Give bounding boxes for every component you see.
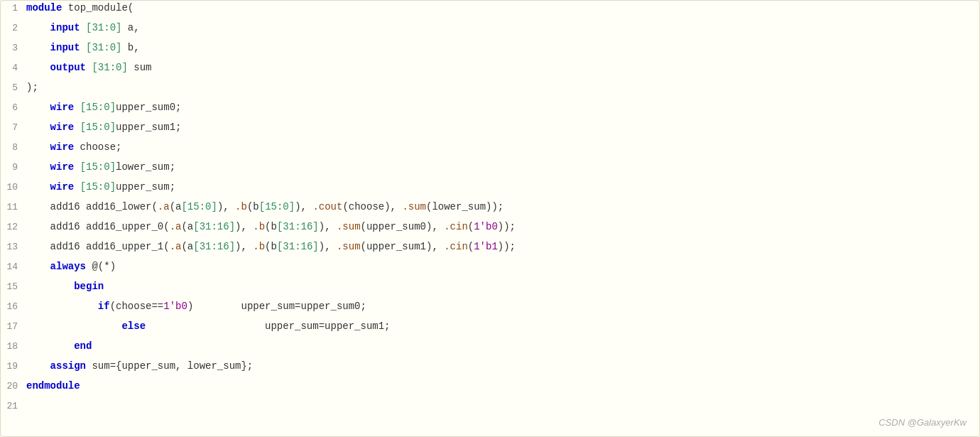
token: sum xyxy=(128,62,152,73)
token xyxy=(26,42,50,53)
token: ) upper_sum=upper_sum0; xyxy=(187,301,366,312)
code-row: 4 output [31:0] sum xyxy=(1,60,979,80)
code-line: ); xyxy=(26,80,979,95)
line-number: 9 xyxy=(1,161,26,174)
code-row: 20endmodule xyxy=(1,379,979,399)
token: input xyxy=(50,42,80,53)
code-row: 9 wire [15:0]lower_sum; xyxy=(1,160,979,180)
token xyxy=(74,122,80,133)
token xyxy=(74,102,80,113)
code-row: 15 begin xyxy=(1,279,979,299)
line-number: 17 xyxy=(1,320,26,333)
line-number: 20 xyxy=(1,379,26,393)
token: [15:0] xyxy=(259,201,295,212)
token: .sum xyxy=(337,241,361,252)
token: output xyxy=(50,62,86,73)
token: .b xyxy=(235,201,247,212)
token: )); xyxy=(498,241,516,252)
code-row: 7 wire [15:0]upper_sum1; xyxy=(1,120,979,140)
token: [31:16] xyxy=(277,241,319,252)
token: [31:16] xyxy=(193,241,235,252)
token xyxy=(74,181,80,193)
token xyxy=(26,261,50,272)
token: sum={upper_sum, lower_sum}; xyxy=(86,360,253,372)
line-number: 1 xyxy=(1,1,26,15)
code-line: add16 add16_upper_0(.a(a[31:16]), .b(b[3… xyxy=(26,220,979,234)
code-line: add16 add16_upper_1(.a(a[31:16]), .b(b[3… xyxy=(26,239,979,254)
token: (b xyxy=(265,221,277,232)
token xyxy=(26,320,121,332)
token: .b xyxy=(253,241,265,252)
token: upper_sum0; xyxy=(116,102,181,113)
code-line: if(choose==1'b0) upper_sum=upper_sum0; xyxy=(26,299,979,313)
token: 1'b1 xyxy=(474,241,498,252)
token: 1'b0 xyxy=(163,301,187,312)
token: ), xyxy=(235,221,253,232)
token: endmodule xyxy=(26,380,80,392)
token xyxy=(26,301,98,312)
line-number: 13 xyxy=(1,240,26,254)
code-row: 6 wire [15:0]upper_sum0; xyxy=(1,100,979,120)
code-row: 18 end xyxy=(1,339,979,359)
token: ), xyxy=(319,221,337,232)
code-line: module top_module( xyxy=(26,1,979,15)
code-row: 16 if(choose==1'b0) upper_sum=upper_sum0… xyxy=(1,299,979,319)
token: 1'b0 xyxy=(474,221,498,232)
line-number: 4 xyxy=(1,61,26,75)
code-line: else upper_sum=upper_sum1; xyxy=(26,319,979,333)
token: end xyxy=(74,340,92,352)
token: [31:16] xyxy=(277,221,319,232)
token: (b xyxy=(265,241,277,252)
token xyxy=(26,122,50,133)
token: a, xyxy=(121,22,139,33)
token xyxy=(26,62,50,73)
token: ), xyxy=(295,201,312,212)
token: [31:16] xyxy=(193,221,235,232)
token: add16 add16_upper_1( xyxy=(26,241,170,252)
token: add16 add16_lower( xyxy=(26,201,158,212)
code-line: add16 add16_lower(.a(a[15:0]), .b(b[15:0… xyxy=(26,200,979,214)
code-row: 8 wire choose; xyxy=(1,140,979,160)
token: (lower_sum)); xyxy=(426,201,503,212)
token: lower_sum; xyxy=(116,161,175,173)
token: module xyxy=(26,2,62,14)
token: ( xyxy=(468,241,474,252)
code-line: end xyxy=(26,339,979,353)
token: upper_sum; xyxy=(116,181,175,193)
code-line: wire [15:0]lower_sum; xyxy=(26,160,979,174)
token: choose; xyxy=(74,141,121,153)
token xyxy=(26,181,50,193)
code-row: 17 else upper_sum=upper_sum1; xyxy=(1,319,979,339)
token: [31:0] xyxy=(86,42,121,53)
code-line: input [31:0] a, xyxy=(26,21,979,35)
code-row: 21 xyxy=(1,399,979,419)
token xyxy=(26,281,74,292)
line-number: 8 xyxy=(1,141,26,154)
token xyxy=(80,42,86,53)
token: ), xyxy=(319,241,337,252)
code-line: endmodule xyxy=(26,379,979,393)
line-number: 10 xyxy=(1,180,26,194)
code-row: 12 add16 add16_upper_0(.a(a[31:16]), .b(… xyxy=(1,220,979,239)
token: [15:0] xyxy=(181,201,217,212)
code-row: 5); xyxy=(1,80,979,100)
code-line: wire [15:0]upper_sum; xyxy=(26,180,979,194)
token: input xyxy=(50,22,80,33)
token: ), xyxy=(217,201,235,212)
token: begin xyxy=(74,281,104,292)
token: upper_sum1; xyxy=(116,122,181,133)
token: wire xyxy=(50,181,75,193)
token: .b xyxy=(253,221,265,232)
code-line xyxy=(26,399,979,413)
token: [15:0] xyxy=(80,102,116,113)
code-row: 13 add16 add16_upper_1(.a(a[31:16]), .b(… xyxy=(1,239,979,259)
token xyxy=(26,340,74,352)
code-row: 14 always @(*) xyxy=(1,259,979,279)
token: if xyxy=(98,301,110,312)
token xyxy=(74,161,80,173)
code-line: input [31:0] b, xyxy=(26,41,979,55)
code-block: 1module top_module(2 input [31:0] a,3 in… xyxy=(1,1,979,419)
token xyxy=(26,22,50,33)
token: assign xyxy=(50,360,86,372)
watermark: CSDN @GalaxyerKw xyxy=(878,417,967,428)
